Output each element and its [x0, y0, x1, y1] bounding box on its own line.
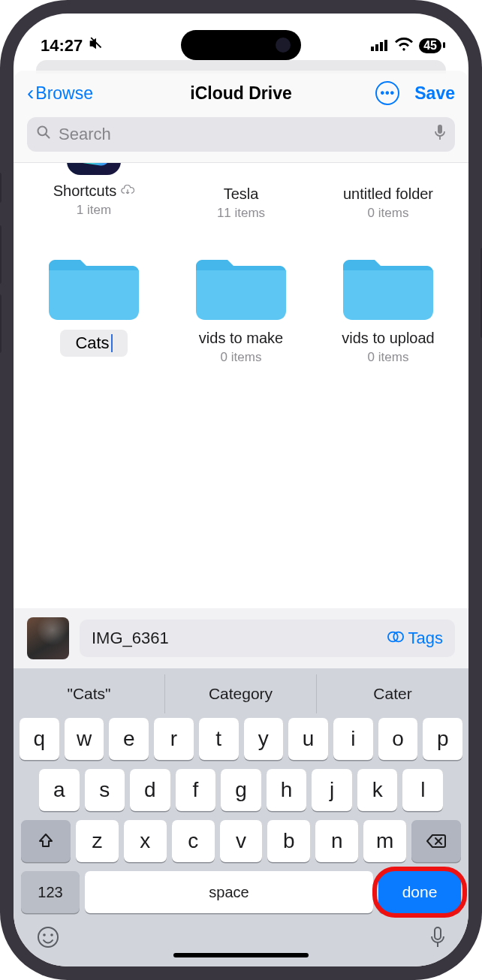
filename-input[interactable]: IMG_6361 Tags: [80, 620, 455, 657]
key-done[interactable]: done: [378, 871, 461, 913]
search-placeholder: Search: [59, 125, 426, 144]
home-indicator[interactable]: [173, 953, 309, 957]
key-f[interactable]: f: [176, 769, 216, 811]
nav-bar: ‹ Browse iCloud Drive ••• Save: [14, 71, 468, 114]
background-sheet-hint: [14, 65, 468, 71]
folder-name-input[interactable]: Cats: [60, 330, 127, 357]
key-o[interactable]: o: [378, 718, 418, 760]
svg-rect-3: [384, 40, 387, 51]
item-sub: 1 item: [77, 203, 111, 218]
dynamic-island: [181, 30, 301, 60]
keyboard: "Cats" Category Cater q w e r t y u i o …: [14, 668, 468, 966]
chevron-left-icon: ‹: [27, 83, 34, 104]
key-e[interactable]: e: [109, 718, 149, 760]
key-n[interactable]: n: [315, 820, 358, 862]
ellipsis-icon: •••: [380, 86, 395, 100]
item-label: untitled folder: [343, 185, 433, 203]
key-m[interactable]: m: [363, 820, 406, 862]
key-d[interactable]: d: [130, 769, 170, 811]
microphone-icon: [429, 926, 446, 948]
key-l[interactable]: l: [402, 769, 443, 811]
item-sub: 0 items: [368, 350, 409, 365]
battery-indicator: 45: [419, 38, 441, 53]
svg-rect-13: [435, 927, 441, 939]
key-y[interactable]: y: [244, 718, 284, 760]
key-r[interactable]: r: [154, 718, 194, 760]
status-time: 14:27: [41, 36, 83, 56]
grid-item-shortcuts[interactable]: Shortcuts 1 item: [27, 163, 161, 221]
folder-icon: [355, 163, 421, 178]
svg-point-11: [43, 933, 46, 936]
folder-icon: [208, 163, 274, 178]
item-sub: 0 items: [368, 206, 409, 221]
folder-icon: [343, 251, 433, 322]
tags-icon: [387, 629, 404, 648]
item-label: vids to upload: [342, 330, 434, 347]
backspace-icon: [426, 833, 447, 849]
key-numbers[interactable]: 123: [21, 871, 80, 913]
suggestion-2[interactable]: Category: [165, 674, 317, 713]
key-b[interactable]: b: [267, 820, 310, 862]
volume-up: [0, 225, 2, 284]
key-k[interactable]: k: [357, 769, 398, 811]
grid-item-vids-to-make[interactable]: vids to make 0 items: [174, 251, 308, 365]
dictation-icon[interactable]: [434, 124, 446, 145]
svg-rect-0: [371, 47, 374, 51]
item-label: vids to make: [199, 330, 283, 347]
ringer-switch: [0, 173, 2, 203]
key-c[interactable]: c: [172, 820, 215, 862]
key-p[interactable]: p: [423, 718, 462, 760]
key-space[interactable]: space: [85, 871, 373, 913]
key-g[interactable]: g: [221, 769, 261, 811]
cloud-download-icon: [121, 185, 134, 198]
grid-item-untitled[interactable]: untitled folder 0 items: [321, 163, 455, 221]
folder-icon: [49, 251, 139, 322]
suggestion-1[interactable]: "Cats": [14, 674, 165, 713]
file-thumbnail[interactable]: [27, 617, 69, 659]
key-backspace[interactable]: [411, 820, 461, 862]
back-button[interactable]: ‹ Browse: [27, 83, 93, 104]
key-u[interactable]: u: [288, 718, 328, 760]
screen: 14:27 45 ‹ Browse iCloud D: [14, 14, 468, 966]
search-input[interactable]: Search: [27, 117, 455, 152]
silent-icon: [87, 35, 104, 56]
key-v[interactable]: v: [220, 820, 263, 862]
grid-item-vids-to-upload[interactable]: vids to upload 0 items: [321, 251, 455, 365]
key-t[interactable]: t: [199, 718, 239, 760]
volume-down: [0, 294, 2, 353]
shortcuts-app-icon: [67, 163, 121, 175]
search-icon: [36, 125, 51, 144]
more-button[interactable]: •••: [375, 81, 399, 105]
key-shift[interactable]: [21, 820, 71, 862]
grid-item-tesla[interactable]: Tesla 11 items: [174, 163, 308, 221]
suggestion-3[interactable]: Cater: [317, 674, 468, 713]
key-z[interactable]: z: [76, 820, 119, 862]
key-q[interactable]: q: [20, 718, 59, 760]
dictation-button[interactable]: [429, 926, 446, 954]
item-label: Tesla: [224, 185, 259, 203]
save-button[interactable]: Save: [414, 83, 455, 104]
file-rename-bar: IMG_6361 Tags: [14, 608, 468, 668]
item-label: Shortcuts: [53, 182, 116, 200]
key-a[interactable]: a: [39, 769, 80, 811]
wifi-icon: [395, 38, 413, 55]
back-label: Browse: [35, 83, 93, 104]
emoji-button[interactable]: [36, 925, 60, 954]
text-cursor: [111, 334, 113, 352]
grid-item-cats-editing[interactable]: Cats: [27, 251, 161, 365]
key-j[interactable]: j: [312, 769, 352, 811]
key-x[interactable]: x: [124, 820, 167, 862]
item-sub: 11 items: [217, 206, 265, 221]
key-w[interactable]: w: [65, 718, 104, 760]
key-h[interactable]: h: [267, 769, 307, 811]
svg-line-5: [46, 134, 50, 138]
device-frame: 14:27 45 ‹ Browse iCloud D: [0, 0, 482, 980]
key-s[interactable]: s: [85, 769, 125, 811]
filename-value: IMG_6361: [92, 629, 169, 648]
file-grid[interactable]: Shortcuts 1 item Tesla 11 items: [14, 163, 468, 608]
item-sub: 0 items: [221, 350, 262, 365]
folder-icon: [196, 251, 286, 322]
key-i[interactable]: i: [333, 718, 373, 760]
tags-button[interactable]: Tags: [387, 629, 443, 648]
suggestion-bar: "Cats" Category Cater: [14, 674, 468, 713]
